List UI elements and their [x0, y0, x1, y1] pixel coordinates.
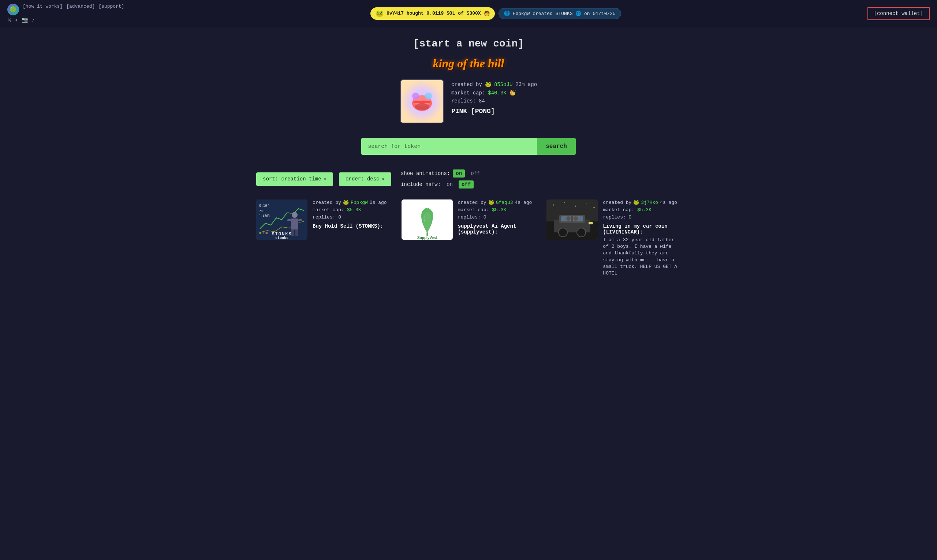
svg-text:1.4563: 1.4563 [259, 214, 270, 218]
coin-info-livingcar: created by 🐸 3j7Hko 4s ago market cap: $… [603, 200, 681, 277]
creator-emoji-livingcar: 🐸 [633, 200, 639, 205]
supplyvest-thumbnail: SupplyVest [402, 200, 453, 240]
svg-point-6 [415, 103, 429, 110]
replies-supplyvest: replies: 0 [458, 214, 536, 220]
king-replies-label: replies: [451, 98, 476, 104]
king-market-cap-label: market cap: [451, 90, 485, 96]
animations-off-toggle[interactable]: off [468, 169, 483, 177]
time-ago-stonks: 0s ago [370, 200, 387, 205]
coin-creator-line-livingcar: created by 🐸 3j7Hko 4s ago [603, 200, 681, 205]
market-cap-value-stonks: $5.3K [347, 207, 361, 213]
creator-name-livingcar[interactable]: 3j7Hko [641, 200, 658, 205]
market-cap-value-supplyvest: $5.3K [492, 207, 506, 213]
coin-card-inner-supplyvest: SupplyVest created by 🐸 Gfaqu3 4s ago ma… [402, 200, 536, 240]
animations-on-toggle[interactable]: on [453, 169, 465, 177]
connect-wallet-button[interactable]: [connect wallet] [868, 7, 930, 20]
coin-desc-livingcar: I am a 32 year old father of 2 boys. I h… [603, 237, 681, 277]
order-chevron-icon: ▾ [382, 176, 385, 182]
replies-livingcar: replies: 0 [603, 214, 681, 220]
king-coin-name: PINK [PONG] [451, 108, 537, 115]
market-cap-value-livingcar: $5.3K [637, 207, 651, 213]
svg-point-4 [425, 92, 432, 100]
king-time-ago: 23m ago [515, 82, 537, 88]
twitter-icon[interactable]: 𝕏 [7, 17, 11, 23]
svg-point-13 [292, 212, 298, 218]
svg-rect-5 [414, 101, 431, 103]
svg-rect-15 [291, 229, 294, 236]
header: 🟢 [how it works] [advanced] [support] 𝕏 … [0, 0, 937, 27]
ticker-emoji-1: 🐸 [375, 9, 383, 18]
coin-card-inner-livingcar: created by 🐸 3j7Hko 4s ago market cap: $… [546, 200, 681, 277]
coin-name-stonks: Buy Hold Sell (STONKS): [312, 223, 391, 229]
svg-text:SupplyVest: SupplyVest [417, 236, 437, 240]
market-cap-supplyvest: market cap: $5.3K [458, 207, 536, 213]
market-cap-stonks: market cap: $5.3K [312, 207, 391, 213]
coin-name-supplyvest: supplyvest Ai Agent (supplyvest): [458, 223, 536, 235]
king-replies-line: replies: 84 [451, 98, 537, 104]
svg-point-35 [565, 202, 565, 203]
header-tickers: 🐸 9vY417 bought 0.0119 SOL of $300X 🧑 🌐 … [371, 7, 621, 20]
coins-grid: 0.10f 288 1.4563 0.1​20 [256, 200, 681, 277]
king-coin-info: created by 🐸 85SoJU 23m ago market cap: … [451, 79, 537, 115]
coin-card-inner-stonks: 0.10f 288 1.4563 0.1​20 [256, 200, 391, 240]
time-ago-supplyvest: 4s ago [515, 200, 532, 205]
order-label: order: desc [346, 176, 379, 182]
order-button[interactable]: order: desc ▾ [339, 172, 391, 186]
ticker-created[interactable]: 🌐 FbpkgW created STONKS 🌐 on 01/10/25 [499, 8, 621, 19]
svg-text:0.1​20: 0.1​20 [259, 232, 268, 235]
header-left: 🟢 [how it works] [advanced] [support] 𝕏 … [7, 4, 124, 23]
controls-section: sort: creation time ▾ order: desc ▾ show… [256, 169, 681, 189]
instagram-icon[interactable]: 📷 [22, 17, 28, 23]
svg-text:288: 288 [259, 210, 265, 213]
nav-advanced[interactable]: [advanced] [66, 4, 95, 15]
svg-point-31 [566, 216, 571, 221]
animations-toggle-row: show animations: on off [401, 169, 483, 177]
nav-how-it-works[interactable]: [how it works] [23, 4, 63, 15]
coin-creator-line-stonks: created by 🐸 FbpkgW 0s ago [312, 200, 391, 205]
sort-label: sort: creation time [263, 176, 322, 182]
tiktok-icon[interactable]: ♪ [31, 17, 34, 23]
creator-emoji-supplyvest: 🐸 [488, 200, 494, 205]
coin-card-stonks[interactable]: 0.10f 288 1.4563 0.1​20 [256, 200, 391, 277]
svg-point-30 [577, 228, 586, 237]
king-creator-emoji: 🐸 [485, 81, 491, 88]
ticker-emoji-2: 🌐 [504, 11, 510, 17]
creator-name-supplyvest[interactable]: Gfaqu3 [496, 200, 513, 205]
king-replies-value: 84 [479, 98, 485, 104]
svg-point-29 [559, 228, 567, 237]
svg-point-36 [575, 206, 577, 207]
king-of-hill-title: king of the hill [256, 57, 681, 70]
king-coin-card[interactable]: created by 🐸 85SoJU 23m ago market cap: … [256, 79, 681, 123]
coin-info-supplyvest: created by 🐸 Gfaqu3 4s ago market cap: $… [458, 200, 536, 235]
livingcar-thumbnail [546, 200, 598, 240]
coin-creator-line-supplyvest: created by 🐸 Gfaqu3 4s ago [458, 200, 536, 205]
telegram-icon[interactable]: ✈ [15, 17, 18, 23]
ticker-text-2: FbpkgW created STONKS 🌐 on 01/10/25 [513, 11, 615, 17]
ticker-bought[interactable]: 🐸 9vY417 bought 0.0119 SOL of $300X 🧑 [371, 7, 494, 20]
svg-rect-16 [295, 229, 298, 236]
logo-icon: 🟢 [7, 4, 19, 15]
search-button[interactable]: search [537, 138, 576, 155]
svg-rect-17 [287, 219, 291, 221]
nsfw-label: include nsfw: [401, 182, 441, 188]
coin-card-supplyvest[interactable]: SupplyVest created by 🐸 Gfaqu3 4s ago ma… [402, 200, 536, 277]
creator-name-stonks[interactable]: FbpkgW [351, 200, 368, 205]
search-section: search [256, 138, 681, 155]
main-content: [start a new coin] king of the hill [249, 27, 688, 288]
search-input[interactable] [361, 138, 537, 155]
start-coin-title[interactable]: [start a new coin] [256, 38, 681, 49]
king-creator-name[interactable]: 85SoJU [494, 82, 512, 88]
ticker-text-1: 9vY417 bought 0.0119 SOL of $300X [386, 11, 481, 16]
sort-button[interactable]: sort: creation time ▾ [256, 172, 333, 186]
nav-support[interactable]: [support] [98, 4, 124, 15]
king-coin-creator-line: created by 🐸 85SoJU 23m ago [451, 81, 537, 88]
market-cap-livingcar: market cap: $5.3K [603, 207, 681, 213]
nsfw-off-toggle[interactable]: off [458, 180, 474, 189]
svg-point-32 [574, 216, 578, 221]
animations-label: show animations: [401, 171, 450, 177]
time-ago-livingcar: 4s ago [660, 200, 677, 205]
svg-text:0.10f: 0.10f [259, 204, 269, 208]
nsfw-on-toggle[interactable]: on [444, 180, 456, 189]
coin-card-livingcar[interactable]: created by 🐸 3j7Hko 4s ago market cap: $… [546, 200, 681, 277]
coin-info-stonks: created by 🐸 FbpkgW 0s ago market cap: $… [312, 200, 391, 229]
